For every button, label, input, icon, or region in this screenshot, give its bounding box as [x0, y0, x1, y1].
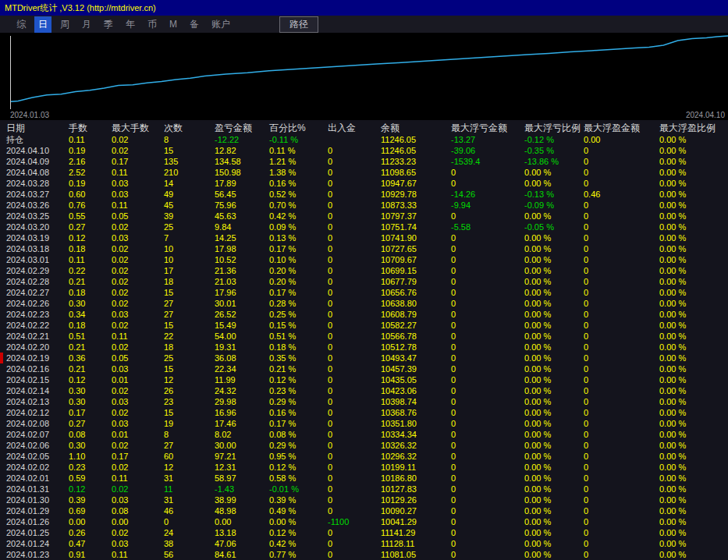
table-row[interactable]: 2024.02.290.220.021721.360.20 %010699.15… — [0, 265, 728, 276]
cell: 0.25 % — [269, 309, 328, 320]
cell: 0.02 — [112, 462, 164, 473]
table-row[interactable]: 2024.03.280.190.031417.890.16 %010947.67… — [0, 178, 728, 189]
table-row[interactable]: 2024.01.230.910.115684.610.77 %011081.05… — [0, 549, 728, 560]
table-row[interactable]: 2024.02.120.170.021516.960.16 %010368.76… — [0, 407, 728, 418]
table-row[interactable]: 2024.02.280.210.021821.030.20 %010677.79… — [0, 276, 728, 287]
cell: 0 — [584, 473, 659, 484]
table-row[interactable]: 2024.03.200.270.02259.840.09 %010751.74-… — [0, 222, 728, 232]
menu-tab-备[interactable]: 备 — [186, 16, 203, 33]
cell: 0 — [328, 385, 381, 396]
menu-tab-年[interactable]: 年 — [122, 16, 139, 33]
table-row[interactable]: 2024.04.100.190.021512.820.11 %011246.05… — [0, 145, 728, 156]
row-date: 2024.02.14 — [6, 385, 69, 396]
cell: -0.09 % — [524, 200, 584, 211]
table-row[interactable]: 2024.01.240.470.033847.060.42 %011128.11… — [0, 538, 728, 549]
table-row[interactable]: 2024.02.140.300.022624.320.23 %010423.06… — [0, 385, 728, 396]
table-row[interactable]: 2024.03.010.110.021010.520.10 %010709.67… — [0, 254, 728, 265]
cell: 58.97 — [215, 473, 269, 484]
table-row[interactable]: 2024.02.220.180.021515.490.15 %010582.27… — [0, 320, 728, 331]
cell: 0 — [584, 516, 659, 527]
cell: 0.18 — [69, 320, 112, 331]
cell: 0.23 — [69, 462, 112, 473]
row-date: 2024.02.07 — [6, 429, 69, 440]
cell: 0.00 % — [524, 309, 584, 320]
cell: 0.00 % — [659, 254, 728, 265]
cell: -0.11 % — [269, 134, 328, 145]
table-row[interactable]: 2024.03.180.180.021017.980.17 %010727.65… — [0, 243, 728, 254]
row-date: 2024.04.08 — [6, 167, 69, 178]
cell: 10041.29 — [381, 516, 451, 527]
row-date: 2024.02.23 — [6, 309, 69, 320]
cell: 0.11 — [112, 167, 164, 178]
table-row[interactable]: 2024.04.092.160.17135134.581.21 %011233.… — [0, 156, 728, 167]
cell: 48.98 — [215, 505, 269, 516]
table-row[interactable]: 2024.01.290.690.084648.980.49 %010090.27… — [0, 505, 728, 516]
cell: 0 — [328, 549, 381, 560]
table-row[interactable]: 2024.03.270.600.034956.450.52 %010929.78… — [0, 189, 728, 200]
table-row[interactable]: 2024.02.010.590.113158.970.58 %010186.80… — [0, 473, 728, 484]
table-row[interactable]: 2024.01.260.000.0000.000.00 %-110010041.… — [0, 516, 728, 527]
cell: 0.00 % — [524, 287, 584, 298]
menu-tab-日[interactable]: 日 — [34, 16, 51, 33]
cell: 0 — [451, 178, 524, 189]
table-row[interactable]: 2024.02.130.300.032329.980.29 %010398.74… — [0, 396, 728, 407]
table-row[interactable]: 2024.02.080.270.031917.460.17 %010351.80… — [0, 418, 728, 429]
cell: 38 — [164, 538, 215, 549]
table-row[interactable]: 2024.02.060.300.022730.000.29 %010326.32… — [0, 440, 728, 451]
cell: 0 — [451, 232, 524, 243]
menu-tab-账户[interactable]: 账户 — [208, 16, 234, 33]
path-button[interactable]: 路径 — [279, 16, 318, 33]
table-body: 持仓0.110.028-12.22-0.11 %11246.05-13.27-0… — [0, 134, 728, 560]
cell: 38.99 — [215, 494, 269, 505]
table-row[interactable]: 2024.03.250.550.053945.630.42 %010797.37… — [0, 211, 728, 222]
cell: 0.00 % — [524, 211, 584, 222]
table-row[interactable]: 2024.02.160.210.031522.340.21 %010457.39… — [0, 363, 728, 374]
menu-tab-M[interactable]: M — [165, 17, 181, 31]
table-row[interactable]: 持仓0.110.028-12.22-0.11 %11246.05-13.27-0… — [0, 134, 728, 145]
cell: 27 — [164, 440, 215, 451]
cell: 10423.06 — [381, 385, 451, 396]
table-row[interactable]: 2024.01.250.260.022413.180.12 %011141.29… — [0, 527, 728, 538]
cell: 0 — [328, 538, 381, 549]
cell: 0.19 — [69, 145, 112, 156]
cell: 0.00 % — [659, 440, 728, 451]
table-row[interactable]: 2024.02.070.080.0188.020.08 %010334.3400… — [0, 429, 728, 440]
cell: 0.70 % — [269, 200, 328, 211]
cell: 9.84 — [215, 222, 269, 232]
table-row[interactable]: 2024.02.210.510.112254.000.51 %010566.78… — [0, 331, 728, 342]
table-row[interactable]: 2024.03.190.120.03714.250.13 %010741.900… — [0, 232, 728, 243]
table-row[interactable]: 2024.02.020.230.021212.310.12 %010199.11… — [0, 462, 728, 473]
table-row[interactable]: 2024.01.310.120.0211-1.43-0.01 %010127.8… — [0, 484, 728, 494]
menu-tab-季[interactable]: 季 — [100, 16, 117, 33]
table-row[interactable]: 2024.02.190.360.052536.080.35 %010493.47… — [0, 353, 728, 363]
table-row[interactable]: 2024.03.260.760.114575.960.70 %010873.33… — [0, 200, 728, 211]
menu-tab-月[interactable]: 月 — [78, 16, 95, 33]
table-row[interactable]: 2024.02.200.210.021819.310.18 %010512.78… — [0, 342, 728, 353]
cell: 22.34 — [215, 363, 269, 374]
table-row[interactable]: 2024.02.270.180.021517.960.17 %010656.76… — [0, 287, 728, 298]
column-header: 最大浮亏金额 — [451, 122, 524, 134]
cell: 0.00 % — [659, 363, 728, 374]
cell: 0 — [584, 211, 659, 222]
table-row[interactable]: 2024.04.082.520.11210150.981.38 %011098.… — [0, 167, 728, 178]
table-row[interactable]: 2024.02.230.340.032726.520.25 %010608.79… — [0, 309, 728, 320]
table-row[interactable]: 2024.02.051.100.176097.210.95 %010296.32… — [0, 451, 728, 462]
cell: 0.03 — [112, 189, 164, 200]
cell: 0.02 — [112, 254, 164, 265]
table-row[interactable]: 2024.01.300.390.033138.990.39 %010129.26… — [0, 494, 728, 505]
cell: 0 — [451, 429, 524, 440]
column-header: 出入金 — [328, 122, 381, 134]
cell: 150.98 — [215, 167, 269, 178]
table-row[interactable]: 2024.02.260.300.022730.010.28 %010638.80… — [0, 298, 728, 309]
cell: -0.05 % — [524, 222, 584, 232]
menu-tab-综[interactable]: 综 — [12, 16, 30, 33]
cell: 0 — [584, 331, 659, 342]
cell: -39.06 — [451, 145, 524, 156]
cell: 0 — [328, 222, 381, 232]
menu-tab-周[interactable]: 周 — [56, 16, 73, 33]
table-row[interactable]: 2024.02.150.120.011211.990.12 %010435.05… — [0, 374, 728, 385]
cell: 36.08 — [215, 353, 269, 363]
cell: 0.05 — [112, 353, 164, 363]
menu-tab-币[interactable]: 币 — [144, 16, 161, 33]
cell: 24.32 — [215, 385, 269, 396]
